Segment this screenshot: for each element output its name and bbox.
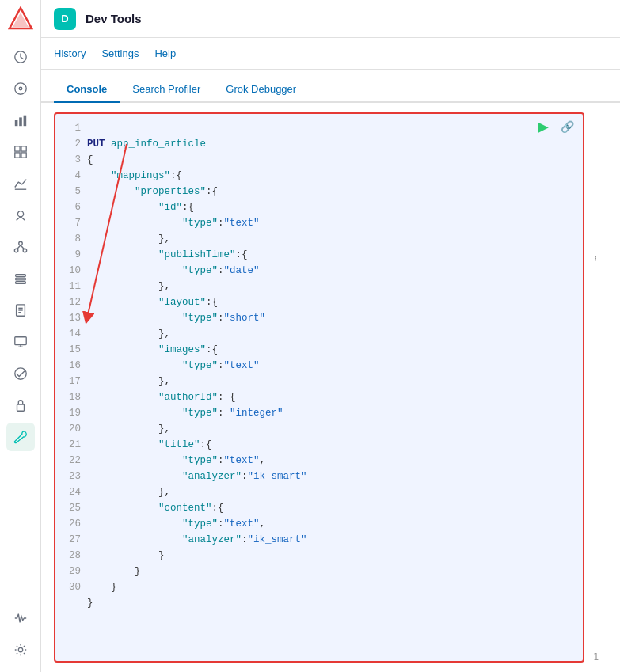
location-icon[interactable] [6,201,35,230]
svg-rect-20 [15,282,25,284]
clock-icon[interactable] [6,43,35,71]
svg-point-30 [18,647,22,651]
nav-help[interactable]: Help [154,47,176,59]
navbar: History Settings Help [41,38,620,70]
nav-settings[interactable]: Settings [101,47,139,59]
topbar: D Dev Tools [41,0,620,38]
svg-point-4 [19,87,22,90]
svg-line-17 [21,245,25,249]
editor-toolbar: ▶ 🔗 [534,117,576,136]
run-button[interactable]: ▶ [534,117,553,136]
app-icon-badge: D [54,8,76,30]
svg-rect-25 [14,337,25,345]
line-numbers: 12345 678910 1112131415 1617181920 21222… [55,114,84,661]
svg-rect-8 [14,146,19,151]
svg-rect-9 [21,146,25,151]
stack-icon[interactable] [6,264,35,293]
sidebar [0,0,41,672]
main-content: D Dev Tools History Settings Help Consol… [41,0,620,672]
svg-rect-29 [17,404,24,411]
svg-point-3 [14,83,25,94]
tab-search-profiler[interactable]: Search Profiler [120,77,213,103]
compass-icon[interactable] [6,74,35,103]
tab-grok-debugger[interactable]: Grok Debugger [213,77,309,103]
monitor-icon[interactable] [6,328,35,356]
editor-wrapper: ▶ 🔗 12345 678910 1112131415 16171819 [41,103,620,672]
svg-point-13 [18,241,22,245]
gear-icon[interactable] [6,636,35,664]
svg-rect-10 [14,153,19,158]
svg-rect-19 [15,278,25,280]
svg-rect-18 [15,275,25,277]
right-panel: ··· 1 [584,112,607,663]
chart-icon[interactable] [6,106,35,135]
lock-icon[interactable] [6,391,35,420]
tools-icon[interactable] [6,423,35,451]
code-editor[interactable]: 12345 678910 1112131415 1617181920 21222… [55,114,583,661]
grid-icon[interactable] [6,138,35,166]
right-line-number: 1 [593,651,599,663]
svg-line-16 [17,245,21,249]
svg-point-12 [17,211,23,217]
tabs-bar: Console Search Profiler Grok Debugger [41,70,620,103]
activity-icon[interactable] [6,604,35,632]
svg-rect-6 [19,117,22,126]
svg-rect-11 [21,153,25,158]
copy-link-button[interactable]: 🔗 [557,117,576,136]
app-title: Dev Tools [86,12,142,25]
cluster-icon[interactable] [6,233,35,261]
svg-rect-5 [14,120,17,126]
check-icon[interactable] [6,359,35,388]
code-content: PUT app_info_article { "mappings":{ "pro… [84,114,583,661]
app-logo [8,6,33,35]
nav-history[interactable]: History [54,47,86,59]
document-icon[interactable] [6,296,35,325]
editor-pane: ▶ 🔗 12345 678910 1112131415 16171819 [54,112,584,663]
svg-rect-7 [23,116,26,127]
bar-chart-icon[interactable] [6,169,35,198]
context-menu-dots[interactable]: ··· [588,255,604,260]
tab-console[interactable]: Console [54,77,120,103]
